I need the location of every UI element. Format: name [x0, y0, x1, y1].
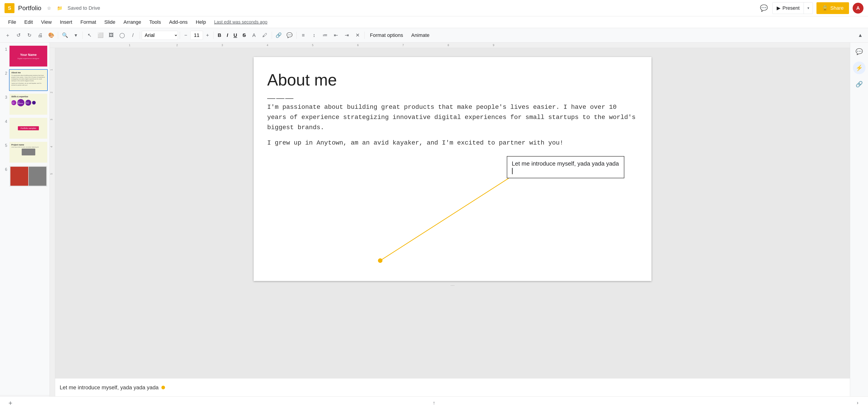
menu-file[interactable]: File: [4, 18, 20, 27]
svg-text:5: 5: [50, 173, 53, 175]
slide-preview-3[interactable]: Skills & expertise Service Design User e…: [9, 93, 48, 115]
add-button[interactable]: ＋: [3, 30, 13, 40]
zoom-button[interactable]: 🔍: [60, 30, 70, 40]
menu-arrange[interactable]: Arrange: [120, 18, 145, 27]
link-button[interactable]: 🔗: [274, 30, 284, 40]
star-icon[interactable]: ☆: [45, 4, 53, 12]
font-selector[interactable]: Arial: [142, 31, 178, 40]
slide1-sub: Digital experience designer: [18, 57, 39, 59]
menu-slide[interactable]: Slide: [101, 18, 119, 27]
line-spacing-button[interactable]: ↕: [309, 30, 319, 40]
menu-view[interactable]: View: [37, 18, 55, 27]
strikethrough-button[interactable]: S: [240, 31, 248, 40]
app-icon: S: [4, 3, 14, 13]
add-slide-button[interactable]: ＋: [5, 398, 16, 408]
slide-thumb-5[interactable]: 5 Project name Lorem ipsum dolor sit ame…: [2, 141, 48, 163]
font-size-decrease[interactable]: −: [182, 31, 190, 40]
doc-title[interactable]: Portfolio: [18, 4, 41, 12]
callout-box[interactable]: Let me introduce myself, yada yada yada: [507, 156, 624, 178]
sidebar-chat-icon[interactable]: 💬: [853, 45, 866, 58]
highlight-button[interactable]: 🖊: [260, 30, 270, 40]
text-box-tool[interactable]: ⬜: [95, 30, 105, 40]
italic-button[interactable]: I: [224, 31, 230, 40]
comment-button[interactable]: 💬: [285, 30, 294, 40]
shape-tool[interactable]: ◯: [117, 30, 127, 40]
top-bar: S Portfolio ☆ 📁 Saved to Drive 💬 ▶ Prese…: [0, 0, 868, 16]
divider-4: [180, 32, 180, 39]
format-options-button[interactable]: Format options: [366, 31, 407, 40]
slide-canvas[interactable]: About me ——— I'm passionate about buildi…: [254, 57, 651, 281]
slide-dashes: ———: [267, 93, 294, 103]
avatar[interactable]: A: [852, 3, 864, 13]
animate-button[interactable]: Animate: [408, 31, 433, 40]
image-tool[interactable]: 🖼: [106, 30, 116, 40]
slide-thumb-4[interactable]: 4 Portfolio samples: [2, 117, 48, 139]
present-button[interactable]: ▶ Present ▾: [772, 2, 813, 14]
slide-preview-5[interactable]: Project name Lorem ipsum dolor sit amet,…: [9, 141, 48, 163]
slide-thumb-6[interactable]: 6: [2, 165, 48, 187]
svg-text:7: 7: [402, 43, 404, 47]
font-size-input[interactable]: [190, 31, 203, 40]
ruler-vertical: 1 2 3 4 5: [50, 48, 55, 409]
svg-text:2: 2: [50, 92, 53, 93]
expand-panel-chevron[interactable]: ›: [852, 398, 863, 408]
redo-button[interactable]: ↻: [24, 30, 34, 40]
zoom-dropdown[interactable]: ▾: [71, 30, 81, 40]
last-edit-text[interactable]: Last edit was seconds ago: [214, 20, 268, 25]
sidebar-explore-icon[interactable]: ⚡: [853, 61, 866, 74]
slide-thumb-1[interactable]: 1 Your Name Digital experience designer: [2, 45, 48, 67]
menu-help[interactable]: Help: [192, 18, 210, 27]
undo-button[interactable]: ↺: [13, 30, 24, 40]
slide-preview-2[interactable]: About me I'm passionate about building g…: [9, 69, 48, 91]
slide-num-2: 2: [2, 69, 7, 76]
text-cursor: [512, 168, 513, 174]
slide-thumb-3[interactable]: 3 Skills & expertise Service Design User…: [2, 93, 48, 115]
title-icons: ☆ 📁 Saved to Drive: [45, 4, 100, 12]
present-arrow[interactable]: ▾: [804, 2, 813, 14]
menu-edit[interactable]: Edit: [21, 18, 36, 27]
svg-text:3: 3: [50, 119, 53, 120]
comment-button[interactable]: 💬: [759, 3, 769, 13]
svg-text:1: 1: [50, 69, 53, 70]
underline-button[interactable]: U: [231, 31, 239, 40]
font-size-increase[interactable]: +: [204, 31, 212, 40]
list-button[interactable]: ≔: [320, 30, 330, 40]
svg-point-15: [378, 258, 382, 263]
slide1-name: Your Name: [20, 53, 37, 57]
slide-num-5: 5: [2, 141, 7, 148]
slide-thumb-2[interactable]: 2 About me I'm passionate about building…: [2, 69, 48, 91]
print-button[interactable]: 🖨: [35, 30, 45, 40]
canvas-area: 1 2 3 4 5 6 7 8 9 1 2 3 4 5: [50, 42, 850, 409]
notes-dot: [161, 386, 165, 389]
svg-text:6: 6: [357, 43, 359, 47]
collapse-toolbar-button[interactable]: ▲: [855, 30, 865, 40]
share-button[interactable]: 🔒 Share: [816, 2, 849, 14]
menu-tools[interactable]: Tools: [146, 18, 164, 27]
ruler-horizontal: 1 2 3 4 5 6 7 8 9: [50, 42, 850, 48]
s2-title: About me: [11, 71, 45, 74]
s3-circles: Service Design User experience Physical …: [11, 99, 45, 106]
clear-format-button[interactable]: ✕: [352, 30, 363, 40]
line-tool[interactable]: /: [128, 30, 138, 40]
lock-icon: 🔒: [822, 5, 828, 11]
expand-notes-button[interactable]: ↑: [429, 398, 439, 408]
present-label: ▶ Present: [773, 5, 804, 11]
indent-more-button[interactable]: ⇥: [342, 30, 352, 40]
slide-preview-4[interactable]: Portfolio samples: [9, 117, 48, 139]
folder-icon[interactable]: 📁: [56, 4, 64, 12]
menu-addons[interactable]: Add-ons: [165, 18, 191, 27]
slide-preview-1[interactable]: Your Name Digital experience designer: [9, 45, 48, 67]
sidebar-link-icon[interactable]: 🔗: [853, 78, 866, 90]
slide-num-4: 4: [2, 117, 7, 124]
menu-format[interactable]: Format: [77, 18, 100, 27]
align-button[interactable]: ≡: [298, 30, 308, 40]
indent-less-button[interactable]: ⇤: [331, 30, 341, 40]
slide-preview-6[interactable]: [9, 165, 48, 187]
cursor-tool[interactable]: ↖: [85, 30, 94, 40]
bold-button[interactable]: B: [215, 31, 223, 40]
paint-format-button[interactable]: 🎨: [46, 30, 56, 40]
font-color-button[interactable]: A: [249, 30, 259, 40]
notes-panel[interactable]: Let me introduce myself, yada yada yada: [55, 378, 850, 396]
svg-text:4: 4: [50, 146, 53, 147]
menu-insert[interactable]: Insert: [56, 18, 76, 27]
